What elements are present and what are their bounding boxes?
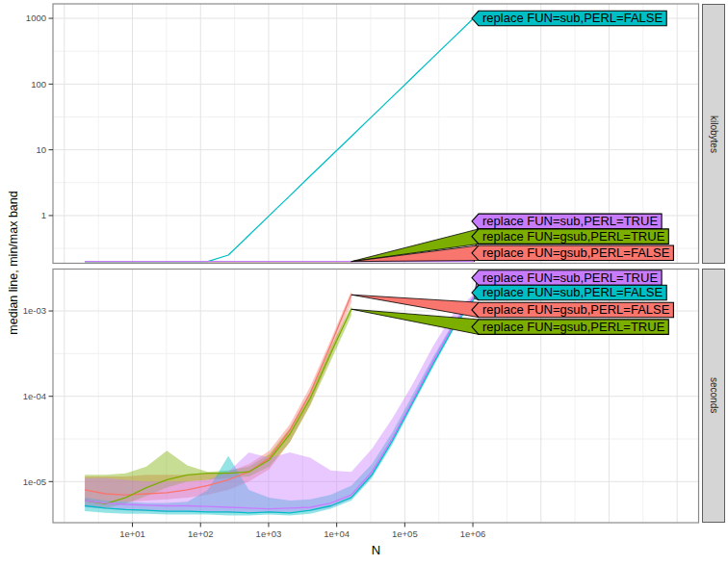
x-axis-title: N <box>53 543 699 557</box>
direct-label-seconds-sub_true: replace FUN=sub,PERL=TRUE <box>472 270 662 286</box>
direct-label-text: replace FUN=gsub,PERL=FALSE <box>482 245 670 260</box>
direct-label-text: replace FUN=sub,PERL=TRUE <box>482 214 658 228</box>
direct-label-text: replace FUN=sub,PERL=FALSE <box>482 285 663 299</box>
direct-label-text: replace FUN=gsub,PERL=FALSE <box>482 302 670 317</box>
direct-label-kilobytes-sub_false: replace FUN=sub,PERL=FALSE <box>472 11 666 25</box>
y-tick-label: 1 <box>41 210 46 220</box>
direct-label-kilobytes-sub_true: replace FUN=sub,PERL=TRUE <box>472 214 662 229</box>
y-tick-label: 1e-04 <box>23 391 46 401</box>
x-tick-label: 1e+03 <box>256 528 282 539</box>
direct-label-kilobytes-gsub_true: replace FUN=gsub,PERL=TRUE <box>472 229 668 244</box>
plot-canvas: 1e+011e+021e+031e+041e+051e+061000100101… <box>0 0 728 566</box>
direct-label-seconds-gsub_true: replace FUN=gsub,PERL=TRUE <box>472 320 668 335</box>
direct-label-seconds-gsub_false: replace FUN=gsub,PERL=FALSE <box>472 302 673 318</box>
benchmark-plot: 1e+011e+021e+031e+041e+051e+061000100101… <box>0 0 728 566</box>
direct-label-kilobytes-gsub_false: replace FUN=gsub,PERL=FALSE <box>472 245 673 261</box>
direct-label-text: replace FUN=gsub,PERL=TRUE <box>482 229 665 244</box>
x-tick-label: 1e+05 <box>392 528 418 539</box>
facet-strip-kilobytes: kilobytes <box>702 4 725 264</box>
y-tick-label: 1e-03 <box>23 305 46 316</box>
direct-label-text: replace FUN=sub,PERL=FALSE <box>482 11 663 25</box>
facet-strip-kilobytes-label: kilobytes <box>709 116 719 153</box>
facet-strip-seconds-label: seconds <box>709 377 719 413</box>
direct-label-text: replace FUN=gsub,PERL=TRUE <box>482 320 665 334</box>
x-tick-label: 1e+04 <box>324 528 350 539</box>
x-tick-label: 1e+06 <box>460 528 486 539</box>
y-tick-label: 10 <box>36 144 46 155</box>
y-tick-label: 100 <box>31 79 46 90</box>
x-tick-label: 1e+01 <box>119 528 145 539</box>
direct-label-text: replace FUN=sub,PERL=TRUE <box>482 270 658 285</box>
y-axis-title: median line, min/max band <box>1 250 26 275</box>
facet-strip-seconds: seconds <box>702 269 725 523</box>
y-tick-label: 1e-05 <box>23 476 46 487</box>
direct-label-seconds-sub_false: replace FUN=sub,PERL=FALSE <box>472 285 666 300</box>
x-tick-label: 1e+02 <box>188 528 214 539</box>
y-tick-label: 1000 <box>26 13 46 23</box>
